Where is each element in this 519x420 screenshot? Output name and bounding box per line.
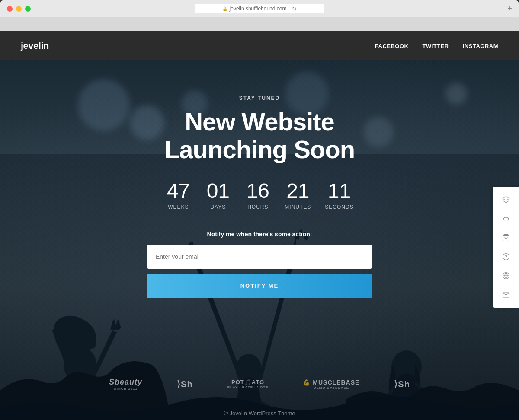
lock-icon: 🔒 <box>222 6 227 11</box>
hero-title: New Website Launching Soon <box>164 108 355 163</box>
countdown-seconds: 11 Seconds <box>325 181 353 210</box>
site-nav: FACEBOOK TWITTER INSTAGRAM <box>375 43 498 49</box>
seconds-label: Seconds <box>325 204 353 210</box>
weeks-value: 47 <box>167 181 190 201</box>
email-input-wrap <box>147 245 372 269</box>
help-icon <box>502 253 510 261</box>
maximize-button[interactable] <box>25 6 31 12</box>
site-logo[interactable]: jevelin <box>21 40 49 51</box>
countdown-minutes: 21 Minutes <box>285 181 311 210</box>
nav-facebook[interactable]: FACEBOOK <box>375 43 409 49</box>
minimize-button[interactable] <box>16 6 22 12</box>
hero-section: STAY TUNED New Website Launching Soon 47… <box>0 60 519 420</box>
partner-musclebase: 💪 MUSCLEBASE DEMO DATABASE <box>303 379 359 390</box>
partner-sh1: ⟩Sh <box>177 379 193 389</box>
bag-icon <box>502 234 510 242</box>
countdown-timer: 47 Weeks 01 Days 16 Hours 21 Minutes 11 <box>165 181 353 210</box>
close-button[interactable] <box>7 6 13 12</box>
weeks-label: Weeks <box>168 204 189 210</box>
reload-button[interactable]: ↻ <box>292 6 297 12</box>
minutes-label: Minutes <box>285 204 311 210</box>
url-text: jevelin.shufflehound.com <box>230 6 287 12</box>
days-value: 01 <box>207 181 230 201</box>
nav-twitter[interactable]: TWITTER <box>422 43 449 49</box>
sidebar-icons <box>493 187 519 308</box>
new-tab-button[interactable]: + <box>507 5 512 13</box>
copyright-text: © Jevelin WordPress Theme <box>0 410 519 417</box>
browser-content: jevelin FACEBOOK TWITTER INSTAGRAM <box>0 31 519 420</box>
nav-instagram[interactable]: INSTAGRAM <box>463 43 498 49</box>
svg-marker-7 <box>503 196 509 200</box>
svg-point-11 <box>503 253 509 260</box>
hours-value: 16 <box>247 181 269 201</box>
email-section: Notify me when there's some action: NOTI… <box>147 231 372 298</box>
site-header: jevelin FACEBOOK TWITTER INSTAGRAM <box>0 31 519 60</box>
hero-title-line2: Launching Soon <box>164 135 355 163</box>
notify-label: Notify me when there's some action: <box>207 231 312 238</box>
stay-tuned-label: STAY TUNED <box>239 95 280 101</box>
glasses-icon <box>502 215 510 223</box>
glasses-icon-button[interactable] <box>497 209 516 228</box>
countdown-weeks: 47 Weeks <box>165 181 191 210</box>
email-input[interactable] <box>147 245 372 269</box>
mail-icon-button[interactable] <box>497 285 516 304</box>
hours-label: Hours <box>247 204 268 210</box>
site-footer: © Jevelin WordPress Theme <box>0 410 519 417</box>
notify-button[interactable]: NOTIFY ME <box>147 274 372 298</box>
browser-toolbar <box>0 17 519 31</box>
partners-strip: Sbeauty SINCE 2011 ⟩Sh POT🎵ATO PLAY · RA… <box>0 378 519 391</box>
window-controls <box>7 6 31 12</box>
layers-icon-button[interactable] <box>497 190 516 209</box>
globe-icon <box>502 272 510 280</box>
bag-icon-button[interactable] <box>497 228 516 247</box>
mail-icon <box>502 291 510 299</box>
partner-sbeauty: Sbeauty SINCE 2011 <box>109 378 142 391</box>
seconds-value: 11 <box>328 181 351 201</box>
days-label: Days <box>210 204 226 210</box>
partner-potato: POT🎵ATO PLAY · RATE · VOTE <box>227 379 269 389</box>
countdown-hours: 16 Hours <box>245 181 271 210</box>
partner-sh2: ⟩Sh <box>394 379 410 389</box>
hero-content: STAY TUNED New Website Launching Soon 47… <box>0 60 519 298</box>
window-chrome: 🔒 jevelin.shufflehound.com ↻ + <box>0 0 519 17</box>
minutes-value: 21 <box>286 181 309 201</box>
globe-icon-button[interactable] <box>497 266 516 285</box>
help-icon-button[interactable] <box>497 247 516 266</box>
layers-icon <box>502 196 510 204</box>
address-bar[interactable]: 🔒 jevelin.shufflehound.com ↻ <box>195 4 324 13</box>
hero-title-line1: New Website <box>185 108 334 136</box>
countdown-days: 01 Days <box>205 181 231 210</box>
